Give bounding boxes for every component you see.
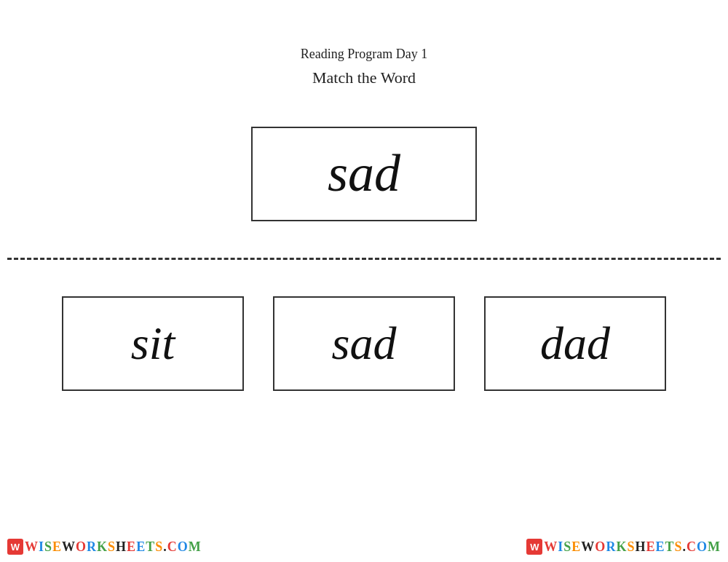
choice-box-2[interactable]: sad xyxy=(273,296,455,391)
footer-logo-right: W WISEWORKSHEETS.COM xyxy=(526,539,721,555)
page: Reading Program Day 1 Match the Word sad… xyxy=(0,0,728,562)
main-word-box: sad xyxy=(251,127,477,221)
dashed-divider xyxy=(7,258,721,260)
header: Reading Program Day 1 Match the Word xyxy=(301,44,427,90)
footer-text-right: WISEWORKSHEETS.COM xyxy=(544,539,721,555)
subtitle: Reading Program Day 1 xyxy=(301,44,427,65)
choice-box-1[interactable]: sit xyxy=(62,296,244,391)
footer-text-left: WISEWORKSHEETS.COM xyxy=(25,539,202,555)
choice-word-2: sad xyxy=(332,317,397,371)
page-title: Match the Word xyxy=(301,65,427,90)
choices-row: sit sad dad xyxy=(62,296,666,391)
logo-icon-w-left: W xyxy=(7,539,23,555)
main-word: sad xyxy=(328,143,400,204)
choice-box-3[interactable]: dad xyxy=(484,296,666,391)
logo-icon-w-right: W xyxy=(526,539,542,555)
footer: W WISEWORKSHEETS.COM W WISEWORKSHEETS.CO… xyxy=(0,539,728,555)
choice-word-3: dad xyxy=(540,317,610,371)
choice-word-1: sit xyxy=(131,317,175,371)
footer-logo-left: W WISEWORKSHEETS.COM xyxy=(7,539,202,555)
